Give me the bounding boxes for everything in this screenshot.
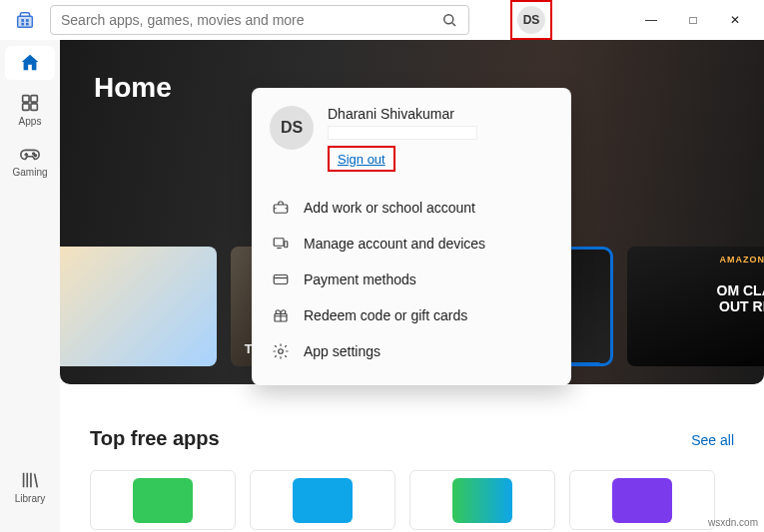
sidebar: Apps Gaming Library bbox=[0, 40, 60, 532]
gaming-icon bbox=[19, 143, 41, 165]
close-button[interactable]: ✕ bbox=[714, 0, 756, 40]
svg-rect-1 bbox=[21, 19, 24, 22]
svg-rect-13 bbox=[274, 239, 284, 247]
hero-tag: AMAZON ORIGINA bbox=[719, 255, 764, 265]
nav-label: Gaming bbox=[12, 167, 47, 178]
signout-highlight: Sign out bbox=[328, 146, 395, 172]
search-input[interactable] bbox=[61, 12, 440, 28]
profile-button-highlight: DS bbox=[513, 3, 549, 37]
search-icon[interactable] bbox=[440, 11, 458, 29]
svg-rect-2 bbox=[26, 19, 29, 22]
svg-rect-3 bbox=[21, 23, 24, 26]
app-card[interactable] bbox=[250, 470, 395, 530]
menu-label: Manage account and devices bbox=[304, 236, 485, 252]
menu-label: Payment methods bbox=[304, 271, 416, 287]
hero-card[interactable]: AMAZON ORIGINA OM CLANCY'S OUT REMORS bbox=[627, 247, 764, 366]
menu-manage-account[interactable]: Manage account and devices bbox=[252, 226, 571, 262]
svg-rect-6 bbox=[23, 96, 29, 102]
library-icon bbox=[19, 469, 41, 491]
menu-label: App settings bbox=[304, 343, 381, 359]
nav-gaming[interactable]: Gaming bbox=[5, 137, 55, 182]
nav-label: Apps bbox=[19, 116, 42, 127]
gear-icon bbox=[272, 342, 290, 360]
nav-apps[interactable]: Apps bbox=[5, 86, 55, 131]
maximize-button[interactable]: □ bbox=[672, 0, 714, 40]
svg-point-17 bbox=[279, 349, 284, 354]
home-icon bbox=[19, 52, 41, 74]
see-all-link[interactable]: See all bbox=[691, 432, 734, 448]
menu-add-work-account[interactable]: Add work or school account bbox=[252, 190, 571, 226]
svg-rect-9 bbox=[31, 104, 37, 110]
watermark: wsxdn.com bbox=[708, 517, 758, 528]
card-icon bbox=[272, 270, 290, 288]
app-card[interactable] bbox=[569, 470, 715, 530]
svg-rect-8 bbox=[23, 104, 29, 110]
briefcase-icon bbox=[272, 199, 290, 217]
search-box[interactable] bbox=[50, 5, 469, 35]
menu-settings[interactable]: App settings bbox=[252, 333, 571, 369]
apps-icon bbox=[19, 92, 41, 114]
hero-card[interactable] bbox=[60, 247, 217, 366]
menu-payment[interactable]: Payment methods bbox=[252, 262, 571, 297]
svg-point-11 bbox=[35, 155, 37, 157]
svg-rect-7 bbox=[31, 96, 37, 102]
store-icon bbox=[14, 9, 36, 31]
page-title: Home bbox=[94, 72, 172, 104]
popup-header: DS Dharani Shivakumar Sign out bbox=[252, 102, 571, 184]
titlebar: DS — □ ✕ bbox=[0, 0, 764, 40]
gift-icon bbox=[272, 306, 290, 324]
profile-button[interactable]: DS bbox=[517, 6, 545, 34]
nav-label: Library bbox=[15, 493, 46, 504]
minimize-button[interactable]: — bbox=[630, 0, 672, 40]
menu-label: Redeem code or gift cards bbox=[304, 307, 467, 323]
section-title: Top free apps bbox=[90, 427, 220, 450]
svg-point-5 bbox=[444, 15, 453, 24]
menu-redeem[interactable]: Redeem code or gift cards bbox=[252, 297, 571, 333]
devices-icon bbox=[272, 235, 290, 253]
app-row bbox=[90, 470, 734, 530]
svg-rect-14 bbox=[285, 242, 288, 248]
popup-avatar: DS bbox=[270, 106, 314, 150]
app-card[interactable] bbox=[90, 470, 236, 530]
menu-label: Add work or school account bbox=[304, 200, 475, 216]
user-name: Dharani Shivakumar bbox=[328, 106, 477, 122]
window-controls: — □ ✕ bbox=[630, 0, 756, 40]
account-popup: DS Dharani Shivakumar Sign out Add work … bbox=[252, 88, 571, 385]
sign-out-link[interactable]: Sign out bbox=[338, 152, 385, 167]
top-free-apps-section: Top free apps See all bbox=[90, 427, 734, 530]
svg-rect-4 bbox=[26, 23, 29, 26]
app-card[interactable] bbox=[409, 470, 555, 530]
popup-menu: Add work or school account Manage accoun… bbox=[252, 184, 571, 375]
nav-home[interactable] bbox=[5, 46, 55, 80]
user-email-redacted bbox=[328, 126, 477, 140]
svg-rect-15 bbox=[274, 275, 288, 284]
nav-library[interactable]: Library bbox=[5, 463, 55, 508]
